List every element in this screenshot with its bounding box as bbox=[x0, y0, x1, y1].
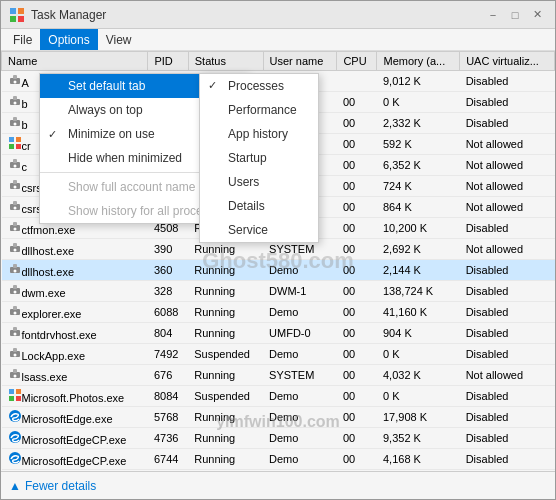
cell-memory: 41,160 K bbox=[377, 302, 460, 323]
cell-cpu: 00 bbox=[337, 113, 377, 134]
svg-rect-30 bbox=[13, 243, 17, 247]
minimize-button[interactable]: − bbox=[483, 5, 503, 25]
cell-name: fontdrvhost.exe bbox=[2, 323, 148, 344]
table-row[interactable]: fontdrvhost.exe 804 Running UMFD-0 00 90… bbox=[2, 323, 555, 344]
svg-rect-33 bbox=[13, 264, 17, 268]
sub-startup[interactable]: Startup bbox=[200, 146, 318, 170]
cell-uac: Not allowed bbox=[460, 134, 555, 155]
cell-memory: 138,724 K bbox=[377, 281, 460, 302]
cell-user: Demo bbox=[263, 449, 337, 470]
col-status[interactable]: Status bbox=[188, 52, 263, 71]
cell-uac: Disabled bbox=[460, 218, 555, 239]
process-icon bbox=[8, 266, 22, 278]
col-memory[interactable]: Memory (a... bbox=[377, 52, 460, 71]
process-icon bbox=[8, 77, 22, 89]
sub-app-history[interactable]: App history bbox=[200, 122, 318, 146]
window-icon bbox=[9, 7, 25, 23]
cell-pid: 390 bbox=[148, 239, 188, 260]
menu-file[interactable]: File bbox=[5, 29, 40, 50]
cell-cpu: 00 bbox=[337, 428, 377, 449]
cell-memory: 4,032 K bbox=[377, 365, 460, 386]
table-row[interactable]: MicrosoftEdgeCP.exe 6744 Running Demo 00… bbox=[2, 449, 555, 470]
table-row[interactable]: MicrosoftEdgeCP.exe 7228 Running Demo 00… bbox=[2, 470, 555, 472]
cell-uac: Not allowed bbox=[460, 197, 555, 218]
cell-uac: Disabled bbox=[460, 302, 555, 323]
process-icon bbox=[8, 392, 22, 404]
cell-cpu: 00 bbox=[337, 344, 377, 365]
svg-point-25 bbox=[13, 207, 16, 210]
table-row[interactable]: MicrosoftEdge.exe 5768 Running Demo 00 1… bbox=[2, 407, 555, 428]
table-row[interactable]: MicrosoftEdgeCP.exe 4736 Running Demo 00… bbox=[2, 428, 555, 449]
svg-point-12 bbox=[13, 123, 16, 126]
svg-rect-15 bbox=[9, 144, 14, 149]
cell-memory: 9,012 K bbox=[377, 71, 460, 92]
table-row[interactable]: Microsoft.Photos.exe 8084 Suspended Demo… bbox=[2, 386, 555, 407]
cell-user: Demo bbox=[263, 344, 337, 365]
svg-rect-0 bbox=[10, 8, 16, 14]
cell-user: Demo bbox=[263, 260, 337, 281]
cell-uac: Not allowed bbox=[460, 239, 555, 260]
svg-point-49 bbox=[13, 375, 16, 378]
table-row[interactable]: lsass.exe 676 Running SYSTEM 00 4,032 K … bbox=[2, 365, 555, 386]
sub-performance[interactable]: Performance bbox=[200, 98, 318, 122]
table-row[interactable]: dwm.exe 328 Running DWM-1 00 138,724 K D… bbox=[2, 281, 555, 302]
process-icon bbox=[8, 287, 22, 299]
cell-pid: 6088 bbox=[148, 302, 188, 323]
sub-service[interactable]: Service bbox=[200, 218, 318, 242]
cell-name: lsass.exe bbox=[2, 365, 148, 386]
menu-options[interactable]: Options bbox=[40, 29, 97, 50]
menu-view[interactable]: View bbox=[98, 29, 140, 50]
cell-memory: 4,168 K bbox=[377, 449, 460, 470]
sub-users[interactable]: Users bbox=[200, 170, 318, 194]
sub-details[interactable]: Details bbox=[200, 194, 318, 218]
svg-point-9 bbox=[13, 102, 16, 105]
cell-uac: Disabled bbox=[460, 386, 555, 407]
cell-uac: Disabled bbox=[460, 407, 555, 428]
cell-cpu: 00 bbox=[337, 134, 377, 155]
svg-rect-42 bbox=[13, 327, 17, 331]
cell-name: Microsoft.Photos.exe bbox=[2, 386, 148, 407]
svg-rect-5 bbox=[13, 75, 17, 79]
cell-cpu bbox=[337, 71, 377, 92]
cell-memory: 12,492 K bbox=[377, 470, 460, 472]
cell-uac: Not allowed bbox=[460, 155, 555, 176]
process-icon bbox=[8, 161, 22, 173]
title-bar: Task Manager − □ ✕ bbox=[1, 1, 555, 29]
cell-status: Running bbox=[188, 302, 263, 323]
process-icon bbox=[8, 224, 22, 236]
cell-pid: 6744 bbox=[148, 449, 188, 470]
svg-rect-50 bbox=[9, 389, 14, 394]
table-row[interactable]: explorer.exe 6088 Running Demo 00 41,160… bbox=[2, 302, 555, 323]
col-user[interactable]: User name bbox=[263, 52, 337, 71]
cell-pid: 4736 bbox=[148, 428, 188, 449]
cell-uac: Disabled bbox=[460, 323, 555, 344]
col-uac[interactable]: UAC virtualiz... bbox=[460, 52, 555, 71]
close-button[interactable]: ✕ bbox=[527, 5, 547, 25]
process-icon bbox=[8, 434, 22, 446]
cell-uac: Disabled bbox=[460, 344, 555, 365]
cell-memory: 0 K bbox=[377, 92, 460, 113]
col-cpu[interactable]: CPU bbox=[337, 52, 377, 71]
cell-user: Demo bbox=[263, 302, 337, 323]
svg-rect-3 bbox=[18, 16, 24, 22]
cell-cpu: 00 bbox=[337, 449, 377, 470]
cell-uac: Not allowed bbox=[460, 176, 555, 197]
svg-point-37 bbox=[13, 291, 16, 294]
sub-processes[interactable]: ✓ Processes bbox=[200, 74, 318, 98]
cell-name: MicrosoftEdgeCP.exe bbox=[2, 449, 148, 470]
cell-memory: 0 K bbox=[377, 344, 460, 365]
cell-cpu: 00 bbox=[337, 323, 377, 344]
col-pid[interactable]: PID bbox=[148, 52, 188, 71]
cell-status: Running bbox=[188, 365, 263, 386]
cell-pid: 360 bbox=[148, 260, 188, 281]
svg-rect-16 bbox=[16, 144, 21, 149]
maximize-button[interactable]: □ bbox=[505, 5, 525, 25]
table-row[interactable]: LockApp.exe 7492 Suspended Demo 00 0 K D… bbox=[2, 344, 555, 365]
svg-rect-2 bbox=[10, 16, 16, 22]
table-row[interactable]: dllhost.exe 360 Running Demo 00 2,144 K … bbox=[2, 260, 555, 281]
fewer-details-button[interactable]: ▲ Fewer details bbox=[9, 479, 96, 493]
cell-status: Running bbox=[188, 260, 263, 281]
cell-memory: 9,352 K bbox=[377, 428, 460, 449]
col-name[interactable]: Name bbox=[2, 52, 148, 71]
cell-user: Demo bbox=[263, 407, 337, 428]
